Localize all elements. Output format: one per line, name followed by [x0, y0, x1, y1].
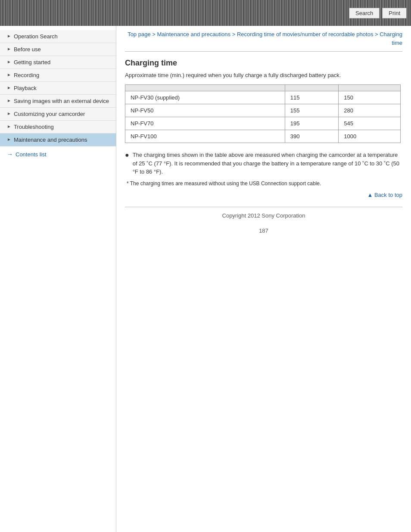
footer: Copyright 2012 Sony Corporation [125, 207, 402, 224]
sidebar-item-label: Customizing your camcorder [14, 111, 112, 117]
print-button[interactable]: Print [382, 8, 407, 19]
sidebar-item-troubleshooting[interactable]: ► Troubleshooting [0, 121, 116, 134]
page-description: Approximate time (min.) required when yo… [125, 72, 402, 78]
sidebar-item-label: Before use [14, 46, 112, 53]
table-cell-col2: 390 [285, 130, 338, 143]
table-cell-battery: NP-FV30 (supplied) [125, 91, 285, 104]
sidebar-item-maintenance[interactable]: ► Maintenance and precautions [0, 134, 116, 146]
table-header-col3 [339, 85, 401, 91]
chevron-right-icon: ► [7, 47, 11, 51]
table-cell-col2: 155 [285, 104, 338, 117]
chevron-right-icon: ► [7, 98, 11, 103]
small-note: * The charging times are measured withou… [127, 180, 402, 187]
sidebar-item-label: Saving images with an external device [14, 98, 112, 104]
table-row: NP-FV50155280 [125, 104, 401, 117]
note-item: ● The charging times shown in the table … [125, 151, 402, 176]
note-text: The charging times shown in the table ab… [133, 151, 402, 176]
sidebar-item-operation-search[interactable]: ► Operation Search [0, 30, 116, 43]
page-number: 187 [125, 227, 402, 234]
sidebar-item-saving-images[interactable]: ► Saving images with an external device [0, 95, 116, 108]
table-cell-col3: 150 [339, 91, 401, 104]
sidebar-item-customizing[interactable]: ► Customizing your camcorder [0, 108, 116, 121]
table-row: NP-FV30 (supplied)115150 [125, 91, 401, 104]
sidebar-item-label: Getting started [14, 59, 112, 65]
sidebar-item-label: Playback [14, 85, 112, 91]
sidebar-item-recording[interactable]: ► Recording [0, 69, 116, 82]
sidebar-item-label: Troubleshooting [14, 124, 112, 130]
breadcrumb-maintenance[interactable]: Maintenance and precautions [157, 31, 230, 37]
back-to-top-link[interactable]: ▲ Back to top [367, 192, 402, 198]
table-cell-col3: 280 [339, 104, 401, 117]
chevron-right-icon: ► [7, 34, 11, 38]
sidebar-item-label: Operation Search [14, 33, 112, 40]
sidebar-item-label: Recording [14, 72, 112, 78]
chevron-right-icon: ► [7, 85, 11, 90]
copyright-text: Copyright 2012 Sony Corporation [222, 212, 305, 219]
table-row: NP-FV70195545 [125, 117, 401, 130]
breadcrumb-sep: > [152, 31, 157, 37]
arrow-right-icon: → [7, 151, 13, 158]
sidebar-item-playback[interactable]: ► Playback [0, 82, 116, 95]
sidebar-item-before-use[interactable]: ► Before use [0, 43, 116, 56]
breadcrumb-charging-time[interactable]: Charging time [380, 31, 402, 46]
page-title: Charging time [125, 59, 402, 68]
table-cell-battery: NP-FV100 [125, 130, 285, 143]
table-cell-col3: 1000 [339, 130, 401, 143]
table-header-battery [125, 85, 285, 91]
table-cell-col3: 545 [339, 117, 401, 130]
breadcrumb-top-page[interactable]: Top page [128, 31, 151, 37]
bullet-icon: ● [125, 151, 129, 159]
table-cell-battery: NP-FV70 [125, 117, 285, 130]
chevron-right-icon: ► [7, 111, 11, 116]
section-divider [125, 51, 402, 52]
search-button[interactable]: Search [349, 8, 380, 19]
breadcrumb-sep: > [232, 31, 237, 37]
charging-table: NP-FV30 (supplied)115150NP-FV50155280NP-… [125, 84, 401, 143]
main-layout: ► Operation Search ► Before use ► Gettin… [0, 26, 411, 532]
chevron-right-icon: ► [7, 72, 11, 77]
table-cell-battery: NP-FV50 [125, 104, 285, 117]
sidebar-item-label: Maintenance and precautions [14, 137, 112, 143]
sidebar: ► Operation Search ► Before use ► Gettin… [0, 26, 116, 532]
contents-list-link[interactable]: → Contents list [0, 146, 116, 162]
table-header-col2 [285, 85, 338, 91]
breadcrumb: Top page > Maintenance and precautions >… [125, 30, 402, 47]
notes-section: ● The charging times shown in the table … [125, 151, 402, 187]
breadcrumb-sep: > [375, 31, 380, 37]
breadcrumb-recording-time[interactable]: Recording time of movies/number of recor… [237, 31, 374, 37]
chevron-right-icon: ► [7, 59, 11, 64]
main-content: Top page > Maintenance and precautions >… [116, 26, 411, 532]
chevron-right-icon: ► [7, 124, 11, 129]
contents-list-label: Contents list [16, 151, 47, 158]
table-cell-col2: 115 [285, 91, 338, 104]
header-bar: Search Print [0, 0, 411, 26]
sidebar-item-getting-started[interactable]: ► Getting started [0, 56, 116, 69]
table-cell-col2: 195 [285, 117, 338, 130]
chevron-right-icon: ► [7, 137, 11, 142]
table-row: NP-FV1003901000 [125, 130, 401, 143]
back-to-top[interactable]: ▲ Back to top [125, 192, 402, 198]
